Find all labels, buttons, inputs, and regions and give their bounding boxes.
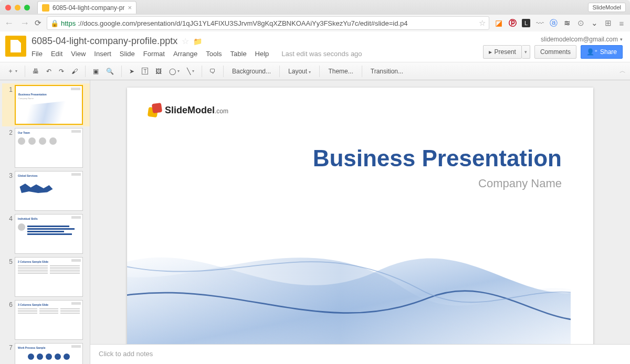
pocket-icon[interactable]: ⌄ <box>590 19 598 27</box>
url-scheme: https <box>61 19 76 27</box>
paint-format-icon[interactable]: 🖌 <box>68 66 81 77</box>
canvas-scroll[interactable]: SlideModel.com Business Presentation Com… <box>90 80 630 344</box>
lock-icon: 🔒 <box>50 19 59 27</box>
ext-icon[interactable]: ⊙ <box>576 19 585 27</box>
app-header: 6085-04-light-company-profile.pptx ☆ 📁 F… <box>0 31 630 59</box>
ext-icon[interactable]: 〰 <box>536 19 544 27</box>
slides-logo-icon[interactable] <box>5 36 26 57</box>
slide-thumbnail[interactable]: 3 Columns Sample Slide <box>15 300 83 340</box>
print-icon[interactable]: 🖶 <box>29 66 42 77</box>
menubar: File Edit View Insert Slide Format Arran… <box>32 50 483 58</box>
nav-arrows: ← → <box>4 18 29 29</box>
layout-button[interactable]: Layout ▾ <box>284 66 315 77</box>
slide-canvas[interactable]: SlideModel.com Business Presentation Com… <box>127 88 593 344</box>
line-tool-icon[interactable]: ╲▾ <box>184 66 197 77</box>
undo-icon[interactable]: ↶ <box>43 66 55 77</box>
back-icon[interactable]: ← <box>4 18 14 29</box>
slide-thumbnail[interactable]: Global Services <box>15 171 83 211</box>
transition-button[interactable]: Transition... <box>366 66 407 77</box>
textbox-tool-icon[interactable]: 🅃 <box>139 66 151 77</box>
google-slides-app: 6085-04-light-company-profile.pptx ☆ 📁 F… <box>0 31 630 364</box>
pinterest-icon[interactable]: ⓟ <box>508 19 517 27</box>
menu-edit[interactable]: Edit <box>51 50 62 58</box>
redo-icon[interactable]: ↷ <box>56 66 67 77</box>
zoom-fit-icon[interactable]: ▣ <box>90 66 102 77</box>
toolbar: ＋▾ 🖶 ↶ ↷ 🖌 ▣ 🔍 ➤ 🅃 🖼 ◯▾ ╲▾ 🗨 Background.… <box>0 62 630 80</box>
reload-icon[interactable]: ⟳ <box>35 18 41 28</box>
canvas-area: SlideModel.com Business Presentation Com… <box>90 80 630 364</box>
last-edit-text: Last edit was seconds ago <box>281 50 362 58</box>
doc-title[interactable]: 6085-04-light-company-profile.pptx <box>32 36 177 47</box>
present-dropdown-button[interactable]: ▾ <box>522 45 530 59</box>
menu-help[interactable]: Help <box>255 50 269 58</box>
slide-thumbnail[interactable]: 2 Columns Sample Slide <box>15 257 83 297</box>
slide-thumbnail[interactable]: Work Process Sample <box>15 343 83 364</box>
filmstrip[interactable]: 1 Business Presentation Company Name 2 O… <box>0 80 90 364</box>
ext-icon[interactable]: ⊞ <box>604 19 612 27</box>
background-button[interactable]: Background... <box>228 66 275 77</box>
menu-format[interactable]: Format <box>143 50 165 58</box>
zoom-icon[interactable]: 🔍 <box>103 66 117 77</box>
new-slide-button[interactable]: ＋▾ <box>4 65 20 78</box>
present-button[interactable]: ▸ Present <box>483 45 522 59</box>
thumb-row[interactable]: 6 3 Columns Sample Slide <box>2 298 90 341</box>
shape-tool-icon[interactable]: ◯▾ <box>166 66 183 77</box>
notes-placeholder: Click to add notes <box>99 350 153 358</box>
thumb-row[interactable]: 1 Business Presentation Company Name <box>2 83 90 126</box>
address-bar[interactable]: 🔒 https ://docs.google.com/presentation/… <box>47 16 489 30</box>
share-button[interactable]: 👤⁺ Share <box>581 45 623 59</box>
window-controls <box>0 5 35 10</box>
user-email[interactable]: slidemodelcom@gmail.com ▾ <box>541 36 623 43</box>
speaker-notes[interactable]: Click to add notes <box>90 344 630 364</box>
thumb-row[interactable]: 2 Our Team <box>2 126 90 169</box>
slide-title[interactable]: Business Presentation <box>313 145 562 172</box>
chevron-down-icon: ▾ <box>620 37 623 42</box>
tab-close-icon[interactable]: × <box>128 4 132 12</box>
browser-tab-strip: 6085-04-light-company-pr × SlideModel <box>0 0 630 15</box>
slide-subtitle[interactable]: Company Name <box>478 177 562 190</box>
url-rest: ://docs.google.com/presentation/d/1qJG1Y… <box>78 19 407 27</box>
menu-table[interactable]: Table <box>230 50 247 58</box>
buffer-icon[interactable]: ≋ <box>563 19 571 27</box>
window-zoom-icon[interactable] <box>24 5 30 10</box>
slide-thumbnail[interactable]: Our Team <box>15 128 83 168</box>
chrome-menu-icon[interactable]: ≡ <box>617 19 626 27</box>
comment-icon[interactable]: 🗨 <box>206 66 219 77</box>
window-close-icon[interactable] <box>5 5 11 10</box>
extension-badge[interactable]: SlideModel <box>588 3 626 12</box>
bookmark-star-icon[interactable]: ☆ <box>479 18 486 28</box>
menu-tools[interactable]: Tools <box>206 50 222 58</box>
forward-icon[interactable]: → <box>20 18 29 29</box>
thumb-row[interactable]: 3 Global Services <box>2 169 90 212</box>
person-plus-icon: 👤⁺ <box>586 48 597 56</box>
slide-thumbnail[interactable]: Individual Skills <box>15 214 83 254</box>
slidemodel-mark-icon <box>148 103 162 117</box>
thumb-row[interactable]: 7 Work Process Sample <box>2 341 90 364</box>
menu-view[interactable]: View <box>71 50 86 58</box>
menu-slide[interactable]: Slide <box>120 50 135 58</box>
slides-favicon-icon <box>42 4 49 12</box>
slide-thumbnail[interactable]: Business Presentation Company Name <box>15 85 83 125</box>
ext-icon[interactable]: L <box>522 19 530 27</box>
select-tool-icon[interactable]: ➤ <box>126 66 138 77</box>
browser-extension-icons: ◪ ⓟ L 〰 ⓐ ≋ ⊙ ⌄ ⊞ ≡ <box>495 19 626 27</box>
window-minimize-icon[interactable] <box>15 5 20 10</box>
menu-insert[interactable]: Insert <box>94 50 111 58</box>
browser-chrome: 6085-04-light-company-pr × SlideModel ← … <box>0 0 630 31</box>
thumb-row[interactable]: 4 Individual Skills <box>2 212 90 255</box>
ext-icon[interactable]: ⓐ <box>549 19 558 27</box>
image-tool-icon[interactable]: 🖼 <box>152 66 165 77</box>
collapse-toolbar-icon[interactable]: ︿ <box>620 67 626 76</box>
folder-icon[interactable]: 📁 <box>193 37 202 46</box>
browser-toolbar: ← → ⟳ 🔒 https ://docs.google.com/present… <box>0 15 630 31</box>
wave-graphic <box>127 165 571 344</box>
menu-file[interactable]: File <box>32 50 43 58</box>
menu-arrange[interactable]: Arrange <box>173 50 197 58</box>
comments-button[interactable]: Comments <box>534 45 576 59</box>
star-icon[interactable]: ☆ <box>182 36 189 46</box>
thumb-row[interactable]: 5 2 Columns Sample Slide <box>2 255 90 298</box>
theme-button[interactable]: Theme... <box>324 66 357 77</box>
browser-tab[interactable]: 6085-04-light-company-pr × <box>37 1 136 14</box>
main-area: 1 Business Presentation Company Name 2 O… <box>0 80 630 364</box>
ext-icon[interactable]: ◪ <box>495 19 503 27</box>
